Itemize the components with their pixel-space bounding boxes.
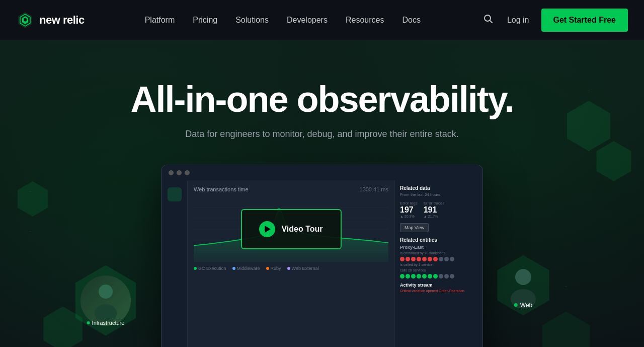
play-button[interactable] xyxy=(259,221,275,237)
floating-web: Web xyxy=(493,255,553,316)
proxy-east-label: Proxy-East xyxy=(400,245,477,250)
svg-point-8 xyxy=(515,269,531,285)
floating-infra: Infrastructure xyxy=(70,265,141,336)
main-chart-panel: Web transactions time 1300.41 ms xyxy=(188,180,394,347)
proxy-east-dots-3 xyxy=(400,274,477,279)
nav-developers[interactable]: Developers xyxy=(287,16,328,24)
window-body: Web transactions time 1300.41 ms xyxy=(162,180,482,347)
dot-green-7 xyxy=(433,274,438,279)
dot-red-2 xyxy=(406,257,410,261)
nav-platform[interactable]: Platform xyxy=(145,16,175,24)
window-dot-2 xyxy=(177,170,182,175)
dashboard-sidebar xyxy=(162,180,188,347)
error-traces-label: Error traces xyxy=(424,201,445,205)
error-logs-change: ▲ 20.9% xyxy=(400,215,418,218)
dot-red-1 xyxy=(400,257,405,261)
activity-stream-title: Activity stream xyxy=(400,283,477,288)
infra-avatar xyxy=(80,275,131,326)
legend-gc: GC Execution xyxy=(194,266,226,271)
dashboard-window: Web transactions time 1300.41 ms xyxy=(161,165,483,347)
legend-web-external: Web External xyxy=(287,266,319,271)
hero-text-block: All-in-one observability. Data for engin… xyxy=(131,40,514,160)
error-logs-value: 197 xyxy=(400,205,418,215)
proxy-east-desc2: is called by 1 service xyxy=(400,263,477,266)
hero-section: All-in-one observability. Data for engin… xyxy=(0,40,644,347)
legend-ruby: Ruby xyxy=(266,266,281,271)
web-label: Web xyxy=(514,302,532,309)
get-started-button[interactable]: Get Started Free xyxy=(541,9,628,32)
dot-green-3 xyxy=(411,274,416,279)
related-data-title: Related data xyxy=(400,185,477,191)
map-view-button[interactable]: Map View xyxy=(400,223,429,232)
error-traces-stat: Error traces 191 ▲ 21.7% xyxy=(424,201,445,218)
nav-solutions[interactable]: Solutions xyxy=(235,16,269,24)
chart-title: Web transactions time xyxy=(194,186,249,192)
new-relic-logo-icon xyxy=(16,11,34,29)
hero-subtitle: Data for engineers to monitor, debug, an… xyxy=(131,129,514,140)
search-icon xyxy=(483,14,493,24)
video-tour-label: Video Tour xyxy=(281,225,323,234)
sidebar-icon-1 xyxy=(168,187,182,201)
window-titlebar xyxy=(162,165,482,180)
proxy-east-dots-1 xyxy=(400,257,477,261)
chart-area: Video Tour xyxy=(194,196,388,262)
error-logs-stat: Error logs 197 ▲ 20.9% xyxy=(400,201,418,218)
activity-desc: Critical variation opened Order-Operatio… xyxy=(400,289,477,293)
nav-docs[interactable]: Docs xyxy=(402,16,420,24)
infra-label: Infrastructure xyxy=(87,320,125,326)
dot-red-3 xyxy=(411,257,416,261)
login-button[interactable]: Log in xyxy=(507,16,529,25)
window-dot-3 xyxy=(185,170,190,175)
dot-gray-5 xyxy=(444,274,449,279)
search-button[interactable] xyxy=(481,12,495,28)
legend-dot-ruby xyxy=(266,267,269,270)
chart-value: 1300.41 ms xyxy=(360,186,388,192)
dot-green-2 xyxy=(406,274,410,279)
dot-gray-4 xyxy=(439,274,443,279)
nav-resources[interactable]: Resources xyxy=(346,16,384,24)
dot-green-6 xyxy=(428,274,432,279)
error-traces-value: 191 xyxy=(424,205,445,215)
dot-green-5 xyxy=(422,274,427,279)
svg-line-5 xyxy=(490,21,492,23)
chart-legend: GC Execution Middleware Ruby Web Externa… xyxy=(194,266,388,271)
dot-green-1 xyxy=(400,274,405,279)
hex-outline-1 xyxy=(558,91,619,151)
error-logs-label: Error logs xyxy=(400,201,418,205)
right-panel: Related data From the last 24 hours Erro… xyxy=(394,180,482,347)
related-entities-title: Related entities xyxy=(400,237,477,243)
web-hex-container: Web xyxy=(493,255,553,316)
nav-actions: Log in Get Started Free xyxy=(481,9,628,32)
error-traces-change: ▲ 21.7% xyxy=(424,215,445,218)
dot-gray-1 xyxy=(439,257,443,261)
play-icon xyxy=(265,226,271,233)
stats-row: Error logs 197 ▲ 20.9% Error traces 191 … xyxy=(400,201,477,218)
bg-hex-2 xyxy=(594,141,634,181)
dot-green-4 xyxy=(417,274,421,279)
web-status-dot xyxy=(514,303,518,307)
svg-point-6 xyxy=(99,285,113,299)
svg-point-7 xyxy=(95,304,117,321)
hero-title: All-in-one observability. xyxy=(131,81,514,119)
nav-pricing[interactable]: Pricing xyxy=(193,16,217,24)
navbar: new relic Platform Pricing Solutions Dev… xyxy=(0,0,644,40)
dot-red-6 xyxy=(428,257,432,261)
window-dot-1 xyxy=(169,170,174,175)
legend-middleware: Middleware xyxy=(232,266,260,271)
person-icon xyxy=(91,281,121,321)
legend-dot-web-external xyxy=(287,267,290,270)
logo-text: new relic xyxy=(39,14,85,27)
logo-link[interactable]: new relic xyxy=(16,11,85,29)
chart-title-row: Web transactions time 1300.41 ms xyxy=(194,186,388,192)
dot-gray-3 xyxy=(450,257,454,261)
proxy-east-desc3: calls 20 services xyxy=(400,268,477,272)
legend-dot-middleware xyxy=(232,267,235,270)
related-data-sub: From the last 24 hours xyxy=(400,192,477,197)
dot-red-7 xyxy=(433,257,438,261)
dot-gray-2 xyxy=(444,257,449,261)
dot-red-5 xyxy=(422,257,427,261)
legend-dot-gc xyxy=(194,267,197,270)
infra-status-dot xyxy=(87,321,90,324)
video-tour-overlay[interactable]: Video Tour xyxy=(241,209,342,249)
dashboard-mockup: Infrastructure Web xyxy=(161,165,483,347)
